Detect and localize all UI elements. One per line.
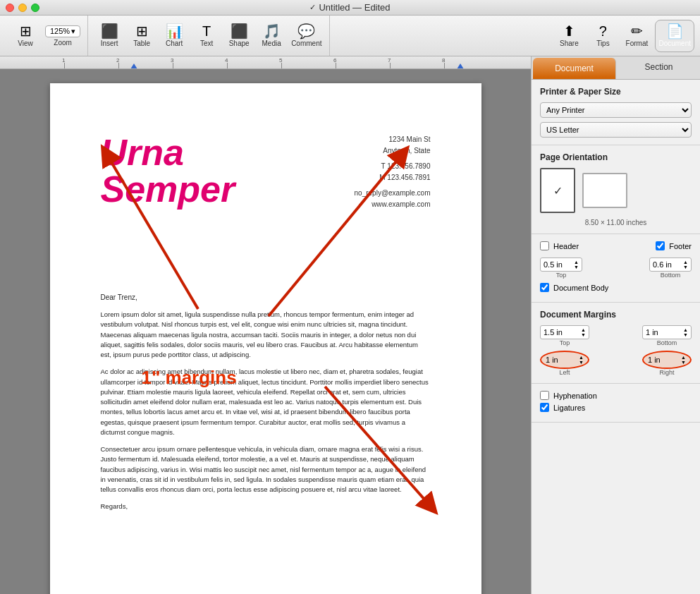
footer-checkbox[interactable] [656,241,665,250]
minimize-button[interactable] [18,4,27,12]
document-panel-icon: 📄 [666,24,684,38]
margin-left-up[interactable]: ▲ [579,355,584,360]
left-margin-indicator [130,63,137,69]
header-checkbox-row: Header [540,241,579,250]
header-top-value: 0.5 in [544,260,574,269]
page[interactable]: 1234 Main St Anytown, State T 123.456.78… [50,83,481,594]
margin-top-value: 1.5 in [544,328,581,337]
phone-t: T 123.456.7890 [355,161,431,172]
left-margin-label: Left [559,369,570,376]
document-margins-section: Document Margins 1.5 in ▲ ▼ Top 1 in [532,303,700,384]
ruler-num: 4 [225,57,228,63]
panel-tabs: Document Section [532,56,700,80]
header-down-arrow[interactable]: ▼ [574,265,579,269]
ruler-num: 6 [333,57,336,63]
header-footer-section: Header Footer 0.5 in ▲ ▼ Top [532,234,700,303]
right-margin-highlighted: 1 in ▲ ▼ [642,351,692,369]
media-button[interactable]: 🎵 Media [256,20,287,52]
header-checkbox[interactable] [540,241,549,250]
hyphenation-checkbox[interactable] [540,391,549,400]
footer-label: Footer [669,242,692,250]
main-area: 1 2 3 4 5 6 7 8 [0,56,700,594]
printer-section: Printer & Paper Size Any Printer US Lett… [532,80,700,145]
tips-icon: ? [599,24,607,38]
share-button[interactable]: ⬆ Share [553,20,584,52]
tab-section[interactable]: Section [618,56,700,79]
insert-icon: ⬛ [101,24,118,38]
regards: Regards, [101,502,431,511]
document-body-checkbox[interactable] [540,283,549,292]
bottom-options-section: Hyphenation Ligatures [532,384,700,423]
footer-up-arrow[interactable]: ▲ [683,260,688,265]
right-margin-label: Right [659,369,674,376]
ruler-tick [444,63,445,68]
paper-select[interactable]: US Letter A4 Legal [540,122,692,138]
orientation-title: Page Orientation [540,152,692,162]
portrait-orientation[interactable]: ✓ [540,168,575,213]
margin-top-down[interactable]: ▼ [581,332,586,337]
document-body-label: Document Body [553,284,608,292]
phone-m: M 123.456.7891 [355,172,431,183]
ligatures-row: Ligatures [540,403,692,412]
header-label: Header [553,242,579,250]
comment-button[interactable]: 💬 Comment [288,20,324,52]
ruler-num: 2 [116,57,119,63]
left-margin-highlighted: 1 in ▲ ▼ [540,351,589,369]
margin-right-up[interactable]: ▲ [681,355,686,360]
toolbar: ⊞ View 125% ▾ Zoom ⬛ Insert ⊞ Table 📊 Ch… [0,16,700,56]
ruler-tick [227,63,228,68]
ruler-tick [64,63,65,68]
toolbar-right: ⬆ Share ? Tips ✏ Format 📄 Document [553,20,694,52]
insert-button[interactable]: ⬛ Insert [94,20,125,52]
margin-right-down[interactable]: ▼ [681,360,686,365]
traffic-lights[interactable] [6,4,39,12]
page-size-label: 8.50 × 11.00 inches [540,219,692,226]
tab-document[interactable]: Document [533,58,616,79]
margin-bottom-up[interactable]: ▲ [683,327,688,332]
hyphenation-label: Hyphenation [553,392,597,400]
document-area: 1 2 3 4 5 6 7 8 [0,56,531,594]
landscape-orientation[interactable] [582,173,627,208]
ruler-tick [336,63,336,68]
email: no_reply@example.com [355,188,431,199]
document-panel-button[interactable]: 📄 Document [655,20,694,52]
format-icon: ✏ [631,24,643,38]
view-button[interactable]: ⊞ View [10,20,41,52]
page-container[interactable]: 1234 Main St Anytown, State T 123.456.78… [0,69,531,594]
document-icon: ✓ [309,3,316,12]
tips-button[interactable]: ? Tips [587,20,618,52]
text-button[interactable]: T Text [191,20,222,52]
table-button[interactable]: ⊞ Table [126,20,157,52]
address1: 1234 Main St [355,134,431,145]
chart-icon: 📊 [166,24,183,38]
ligatures-checkbox[interactable] [540,403,549,412]
zoom-box[interactable]: 125% ▾ [45,25,80,37]
format-button[interactable]: ✏ Format [621,20,652,52]
ruler-num: 7 [388,57,391,63]
page-wrapper: 1234 Main St Anytown, State T 123.456.78… [50,83,481,580]
footer-down-arrow[interactable]: ▼ [683,265,688,269]
chart-button[interactable]: 📊 Chart [159,20,190,52]
ruler-num: 1 [62,57,65,63]
ruler-num: 8 [442,57,445,63]
shape-button[interactable]: ⬛ Shape [223,20,254,52]
close-button[interactable] [6,4,14,12]
maximize-button[interactable] [31,4,39,12]
orientation-section: Page Orientation ✓ 8.50 × 11.00 inches [532,145,700,234]
ruler-tick [118,63,119,68]
printer-select[interactable]: Any Printer [540,102,692,118]
zoom-button[interactable]: 125% ▾ Zoom [42,20,83,52]
right-panel: Document Section Printer & Paper Size An… [531,56,700,594]
comment-icon: 💬 [297,24,315,38]
footer-bottom-value: 0.6 in [653,260,683,269]
margins-title: Document Margins [540,310,692,320]
margin-top-up[interactable]: ▲ [581,327,586,332]
header-up-arrow[interactable]: ▲ [574,260,579,265]
right-margin-indicator [457,63,464,69]
margin-bottom-down[interactable]: ▼ [683,332,688,337]
margins-annotation: 1" margins [142,364,237,392]
margin-left-down[interactable]: ▼ [579,360,584,365]
share-icon: ⬆ [563,24,575,38]
view-zoom-group: ⊞ View 125% ▾ Zoom [6,16,88,56]
ligatures-label: Ligatures [553,404,585,412]
